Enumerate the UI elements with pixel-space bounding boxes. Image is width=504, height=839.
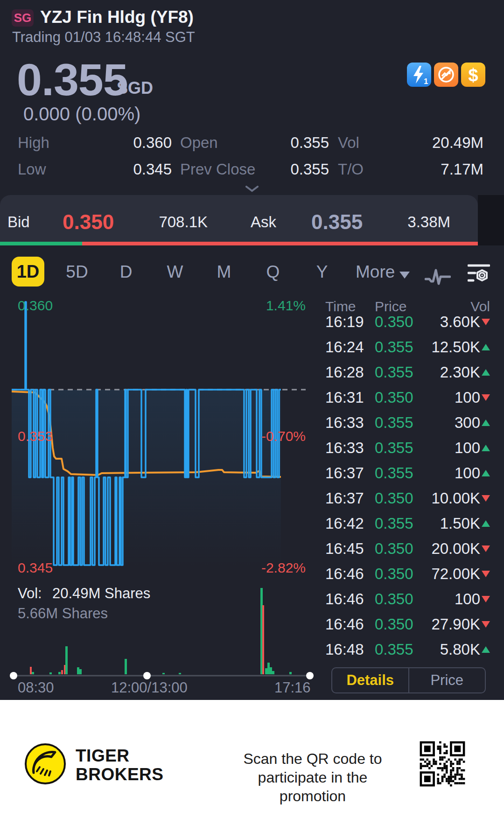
trade-time: 16:19	[325, 315, 364, 331]
trade-time: 16:46	[325, 565, 364, 583]
trade-time: 16:42	[325, 515, 364, 532]
trade-time: 16:46	[325, 615, 364, 633]
trade-time: 16:33	[325, 439, 364, 457]
chart-high-pct-label: 1.41%	[240, 298, 306, 314]
time-label-lunch: 12:00/13:00	[111, 679, 187, 696]
table-row[interactable]: 16:420.3551.50K	[308, 510, 504, 536]
trade-price: 0.350	[375, 389, 413, 406]
brand-line2: BROKERS	[76, 765, 164, 784]
trade-volume: 72.00K	[431, 565, 490, 583]
trade-price: 0.350	[375, 315, 413, 331]
promo-line2: participate in the promotion	[223, 768, 402, 805]
trade-time: 16:33	[325, 414, 364, 432]
trade-volume: 3.60K	[440, 315, 490, 331]
table-row[interactable]: 16:460.35027.90K	[308, 611, 504, 636]
trade-time: 16:24	[325, 338, 364, 356]
trade-volume: 1.50K	[440, 515, 490, 532]
trade-volume: 100	[455, 464, 490, 482]
time-label-close: 17:16	[274, 679, 311, 696]
triangle-down-icon	[482, 571, 490, 577]
table-row[interactable]: 16:330.355100	[308, 435, 504, 460]
volume-axis-max: 5.66M Shares	[18, 605, 108, 622]
trade-price: 0.355	[375, 641, 413, 658]
trade-volume: 20.00K	[431, 540, 490, 558]
trade-price: 0.350	[375, 565, 413, 583]
trade-time: 16:46	[325, 590, 364, 608]
price-button[interactable]: Price	[408, 668, 485, 692]
triangle-up-icon	[482, 369, 490, 376]
triangle-down-icon	[482, 319, 490, 325]
table-row[interactable]: 16:460.35072.00K	[308, 561, 504, 586]
triangle-up-icon	[482, 344, 490, 350]
brand-name: TIGER BROKERS	[76, 747, 164, 784]
promo-text: Scan the QR code to participate in the p…	[223, 749, 402, 805]
tiger-brokers-logo	[24, 743, 66, 785]
triangle-up-icon	[482, 420, 490, 426]
triangle-down-icon	[482, 596, 490, 602]
triangle-down-icon	[482, 495, 490, 502]
volume-summary-label: Vol:	[18, 585, 42, 602]
table-header-price: Price	[375, 299, 406, 315]
table-row[interactable]: 16:240.35512.50K	[308, 334, 504, 359]
promo-line1: Scan the QR code to	[223, 749, 402, 768]
qr-code	[418, 739, 467, 789]
triangle-up-icon	[482, 470, 490, 476]
chart-low-pct-label: -2.82%	[240, 560, 306, 576]
table-row[interactable]: 16:370.355100	[308, 460, 504, 485]
trade-time: 16:31	[325, 389, 364, 406]
details-button[interactable]: Details	[332, 668, 408, 692]
trade-volume: 100	[455, 590, 490, 608]
chart-mid-pct-label: -0.70%	[240, 428, 306, 444]
table-row[interactable]: 16:310.350100	[308, 385, 504, 410]
time-label-open: 08:30	[18, 679, 54, 696]
trade-time: 16:28	[325, 364, 364, 381]
trade-price: 0.355	[375, 414, 413, 432]
volume-summary-value: 20.49M Shares	[52, 585, 150, 602]
table-row[interactable]: 16:450.35020.00K	[308, 536, 504, 561]
time-sales-list[interactable]: 16:190.3503.60K16:240.35512.50K16:280.35…	[308, 315, 504, 664]
triangle-up-icon	[482, 445, 490, 451]
trading-app-screen: SG YZJ Fin Hldg (YF8) Trading 01/03 16:4…	[0, 0, 504, 839]
table-row[interactable]: 16:280.3552.30K	[308, 359, 504, 385]
triangle-up-icon	[482, 520, 490, 527]
trade-volume: 27.90K	[431, 615, 490, 633]
trade-price: 0.350	[375, 590, 413, 608]
table-header-time: Time	[325, 299, 356, 315]
chart-low-label: 0.345	[18, 560, 53, 576]
triangle-down-icon	[482, 621, 490, 628]
trade-price: 0.355	[375, 364, 413, 381]
trade-volume: 5.80K	[440, 641, 490, 658]
triangle-up-icon	[482, 646, 490, 653]
trade-volume: 300	[455, 414, 490, 432]
table-row[interactable]: 16:370.35010.00K	[308, 485, 504, 510]
table-row[interactable]: 16:460.350100	[308, 586, 504, 611]
trade-volume: 10.00K	[431, 489, 490, 507]
trade-price: 0.350	[375, 615, 413, 633]
table-row[interactable]: 16:330.355300	[308, 410, 504, 435]
trade-price: 0.355	[375, 515, 413, 532]
trade-volume: 100	[455, 389, 490, 406]
table-row[interactable]: 16:480.3555.80K	[308, 636, 504, 662]
trade-price: 0.350	[375, 489, 413, 507]
trade-volume: 12.50K	[431, 338, 490, 356]
triangle-down-icon	[482, 545, 490, 552]
brand-line1: TIGER	[76, 747, 164, 765]
triangle-down-icon	[482, 394, 490, 401]
table-row[interactable]: 16:190.3503.60K	[308, 315, 504, 334]
trade-volume: 100	[455, 439, 490, 457]
trade-time: 16:45	[325, 540, 364, 558]
trade-price: 0.350	[375, 540, 413, 558]
trade-time: 16:37	[325, 464, 364, 482]
panel-mode-switch: Details Price	[331, 667, 486, 693]
trade-time: 16:37	[325, 489, 364, 507]
chart-mid-label: 0.353	[18, 428, 53, 444]
trade-price: 0.355	[375, 464, 413, 482]
table-header-vol: Vol	[448, 299, 490, 315]
trade-price: 0.355	[375, 439, 413, 457]
chart-high-label: 0.360	[18, 298, 53, 314]
trade-time: 16:48	[325, 641, 364, 658]
trade-volume: 2.30K	[440, 364, 490, 381]
trade-price: 0.355	[375, 338, 413, 356]
